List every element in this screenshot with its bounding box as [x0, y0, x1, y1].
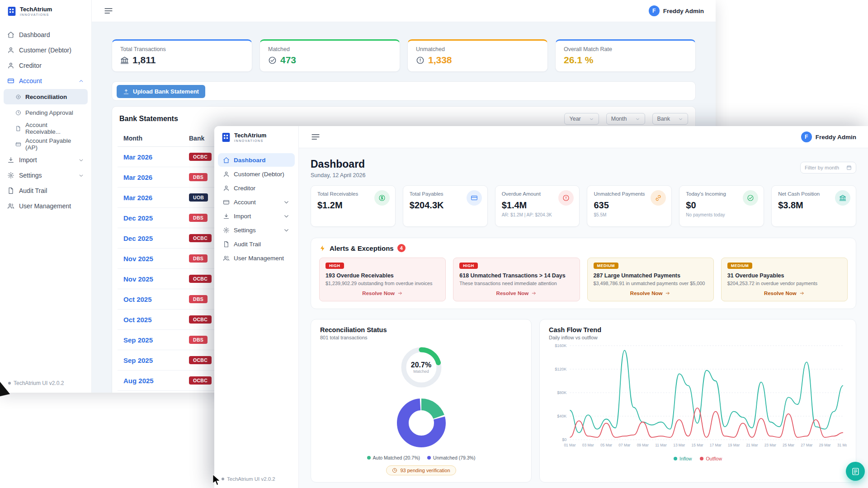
chevron-down-icon — [589, 117, 594, 122]
sidebar-item-label: Dashboard — [234, 157, 266, 164]
statement-filters: Year Month Bank — [564, 113, 688, 125]
statement-month-link[interactable]: Mar 2026 — [123, 194, 189, 202]
upload-card: Upload Bank Statement — [112, 81, 696, 101]
sidebar-item-pending-approval[interactable]: Pending Approval — [4, 105, 88, 120]
bank-icon — [839, 194, 846, 202]
statement-month-link[interactable]: Mar 2026 — [123, 174, 189, 181]
severity-badge: MEDIUM — [727, 263, 753, 269]
cash-flow-trend-card: Cash Flow Trend Daily inflow vs outflow … — [539, 319, 856, 483]
alert-circle-icon — [416, 56, 425, 65]
sidebar-item-label: Account — [19, 77, 42, 84]
dollar-circle-icon — [378, 194, 386, 202]
statement-month-link[interactable]: Dec 2025 — [123, 235, 189, 242]
sidebar-item-account-receivable[interactable]: Account Receivable... — [4, 121, 88, 136]
upload-bank-statement-button[interactable]: Upload Bank Statement — [117, 85, 205, 98]
menu-icon[interactable] — [104, 6, 113, 16]
sidebar-item-import[interactable]: Import — [218, 209, 295, 223]
legend-dot — [700, 457, 703, 460]
back-nav: Dashboard Customer (Debtor) Creditor Acc… — [0, 21, 91, 214]
severity-badge: HIGH — [459, 263, 478, 269]
user-name: Freddy Admin — [663, 8, 704, 14]
arrow-right-icon — [397, 291, 403, 296]
sidebar-item-creditor[interactable]: Creditor — [218, 181, 295, 195]
statement-month-link[interactable]: Aug 2025 — [123, 377, 189, 385]
brand-icon — [222, 132, 231, 142]
bank-badge: OCBC — [189, 376, 212, 385]
bank-badge: DBS — [189, 336, 208, 344]
sidebar-item-account-payable[interactable]: Account Payable (AP) — [4, 136, 88, 152]
page-title: Dashboard — [311, 158, 365, 170]
resolve-now-link[interactable]: Resolve Now — [727, 291, 841, 296]
menu-icon[interactable] — [311, 132, 321, 142]
user-menu[interactable]: F Freddy Admin — [801, 131, 856, 142]
sidebar-item-label: Audit Trail — [19, 187, 47, 194]
resolve-now-label: Resolve Now — [362, 291, 395, 296]
sidebar-item-dashboard[interactable]: Dashboard — [218, 153, 295, 167]
card-icon — [7, 77, 14, 84]
panel-subtitle: Daily inflow vs outflow — [549, 335, 847, 340]
alert-title: 287 Large Unmatched Payments — [594, 272, 708, 279]
column-month: Month — [123, 135, 189, 142]
sidebar-item-account[interactable]: Account — [218, 195, 295, 209]
gear-icon — [7, 172, 14, 179]
sidebar-item-import[interactable]: Import — [0, 152, 91, 168]
statement-month-link[interactable]: Dec 2025 — [123, 214, 189, 222]
panel-subtitle: 801 total transactions — [320, 335, 522, 340]
sidebar-item-label: Audit Trail — [234, 241, 261, 248]
gauge-label: Matched — [413, 369, 429, 374]
svg-text:07 Mar: 07 Mar — [618, 443, 630, 447]
sidebar-item-audit-trail[interactable]: Audit Trail — [0, 183, 91, 198]
upload-button-label: Upload Bank Statement — [133, 88, 199, 95]
sidebar-item-customer-debtor[interactable]: Customer (Debtor) — [0, 42, 91, 58]
legend-dot — [427, 456, 431, 460]
statement-month-link[interactable]: Oct 2025 — [123, 316, 189, 324]
statement-month-link[interactable]: Sep 2025 — [123, 357, 189, 364]
card-icon — [223, 199, 230, 206]
sidebar-item-creditor[interactable]: Creditor — [0, 58, 91, 73]
sidebar-item-label: Customer (Debtor) — [234, 171, 284, 178]
severity-badge: HIGH — [326, 263, 344, 269]
lightning-icon — [319, 245, 326, 252]
alert-description: $3,498,786.91 in unmatched payments over… — [594, 280, 708, 286]
kpi-subtext: AR: $1.2M | AP: $204.3K — [502, 212, 573, 217]
brand-subtitle: INNOVATIONS — [234, 139, 266, 142]
stats-row: Total Transactions 1,811 Matched 473 Unm… — [112, 39, 696, 72]
year-filter-select[interactable]: Year — [564, 113, 599, 125]
chevron-down-icon — [283, 213, 290, 220]
sidebar-item-dashboard[interactable]: Dashboard — [0, 27, 91, 42]
stat-value: 1,811 — [132, 55, 156, 66]
resolve-now-link[interactable]: Resolve Now — [594, 291, 708, 296]
sidebar-item-reconciliation[interactable]: Reconciliation — [4, 89, 88, 104]
sidebar-item-user-management[interactable]: User Management — [218, 251, 295, 265]
statement-month-link[interactable]: Mar 2026 — [123, 153, 189, 161]
account-submenu: Reconciliation Pending Approval Account … — [0, 89, 91, 152]
sidebar-item-settings[interactable]: Settings — [0, 168, 91, 183]
file-icon — [223, 241, 230, 248]
chevron-up-icon — [78, 78, 84, 84]
resolve-now-link[interactable]: Resolve Now — [459, 291, 573, 296]
user-icon — [7, 47, 14, 54]
sidebar-item-settings[interactable]: Settings — [218, 223, 295, 237]
statement-month-link[interactable]: Nov 2025 — [123, 275, 189, 283]
gauge-percentage: 20.7% — [411, 361, 431, 369]
svg-text:21 Mar: 21 Mar — [746, 443, 758, 447]
sidebar-item-audit-trail[interactable]: Audit Trail — [218, 237, 295, 251]
user-menu[interactable]: F Freddy Admin — [649, 5, 704, 16]
statement-month-link[interactable]: Sep 2025 — [123, 336, 189, 344]
month-filter-input[interactable] — [805, 165, 844, 170]
statement-month-link[interactable]: Oct 2025 — [123, 296, 189, 303]
bank-filter-select[interactable]: Bank — [652, 113, 689, 125]
month-filter-select[interactable]: Month — [606, 113, 645, 125]
sidebar-item-user-management[interactable]: User Management — [0, 198, 91, 214]
bank-badge: OCBC — [189, 234, 212, 242]
brand-subtitle: INNOVATIONS — [20, 13, 52, 16]
help-fab-button[interactable] — [846, 462, 865, 481]
status-dot — [222, 478, 224, 480]
statement-month-link[interactable]: Nov 2025 — [123, 255, 189, 263]
users-icon — [223, 255, 230, 262]
resolve-now-link[interactable]: Resolve Now — [326, 291, 439, 296]
legend-label: Auto Matched (20.7%) — [373, 455, 420, 460]
sidebar-item-label: Account — [234, 199, 256, 206]
sidebar-item-customer-debtor[interactable]: Customer (Debtor) — [218, 167, 295, 181]
sidebar-item-account[interactable]: Account — [0, 73, 91, 89]
